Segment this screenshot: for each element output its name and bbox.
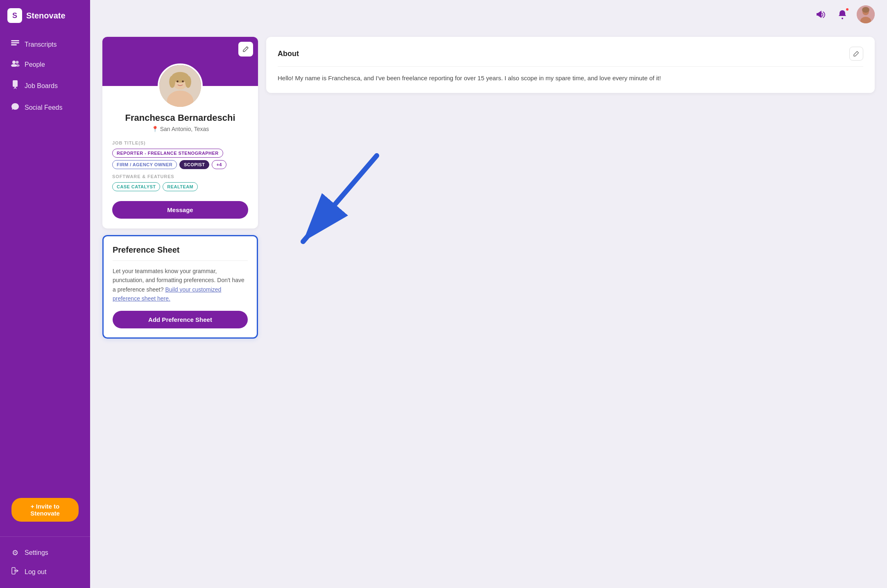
about-title: About <box>278 50 299 58</box>
tag-more-count: +4 <box>212 160 226 169</box>
logo-icon: S <box>7 8 22 23</box>
app-name: Stenovate <box>26 11 66 20</box>
left-column: Franchesca Bernardeschi 📍 San Antonio, T… <box>102 37 258 580</box>
sidebar-item-transcripts[interactable]: Transcripts <box>3 35 87 54</box>
job-boards-icon <box>11 80 20 91</box>
svg-rect-1 <box>11 42 19 43</box>
notification-badge <box>845 7 849 11</box>
svg-rect-0 <box>11 40 19 41</box>
svg-point-6 <box>16 64 20 67</box>
svg-point-15 <box>862 7 869 13</box>
notifications-button[interactable] <box>835 7 850 22</box>
profile-location: 📍 San Antonio, Texas <box>112 126 248 132</box>
svg-rect-7 <box>13 80 18 87</box>
sidebar-item-job-boards[interactable]: Job Boards <box>3 75 87 96</box>
sidebar-item-social-feeds[interactable]: Social Feeds <box>3 98 87 117</box>
preference-sheet-card: Preference Sheet Let your teammates know… <box>102 235 258 339</box>
preference-sheet-description: Let your teammates know your grammar, pu… <box>113 267 248 303</box>
sidebar-logo: S Stenovate <box>0 0 90 31</box>
profile-name: Franchesca Bernardeschi <box>112 113 248 123</box>
job-titles-label: JOB TITLE(S) <box>112 140 248 145</box>
svg-point-22 <box>176 81 179 83</box>
profile-card: Franchesca Bernardeschi 📍 San Antonio, T… <box>102 37 258 228</box>
announce-button[interactable] <box>812 7 828 22</box>
svg-point-11 <box>842 18 843 19</box>
sidebar-label-transcripts: Transcripts <box>25 41 57 48</box>
social-feeds-icon <box>11 103 20 112</box>
sidebar: S Stenovate Transcripts <box>0 0 90 588</box>
message-button[interactable]: Message <box>112 201 248 219</box>
sidebar-item-logout[interactable]: Log out <box>3 562 87 581</box>
logout-icon <box>11 567 20 577</box>
logout-label: Log out <box>25 568 46 576</box>
svg-rect-2 <box>11 44 17 45</box>
sidebar-label-people: People <box>25 61 45 68</box>
about-text: Hello! My name is Franchesca, and I've b… <box>278 73 863 83</box>
svg-point-20 <box>169 76 175 88</box>
topbar <box>90 0 887 29</box>
right-column: About Hello! My name is Franchesca, and … <box>266 37 875 580</box>
main-area: Franchesca Bernardeschi 📍 San Antonio, T… <box>90 0 887 588</box>
sidebar-bottom: ⚙ Settings Log out <box>0 536 90 588</box>
about-edit-button[interactable] <box>849 47 863 61</box>
job-titles-tags: REPORTER - FREELANCE STENOGRAPHER FIRM /… <box>112 149 248 169</box>
svg-point-21 <box>185 76 191 88</box>
add-preference-sheet-button[interactable]: Add Preference Sheet <box>113 311 248 328</box>
sidebar-nav: Transcripts People Job Boards <box>0 31 90 491</box>
sidebar-item-settings[interactable]: ⚙ Settings <box>3 543 87 562</box>
profile-card-header <box>102 37 258 86</box>
svg-point-3 <box>12 61 16 64</box>
about-header: About <box>278 47 863 67</box>
profile-edit-button[interactable] <box>238 42 253 57</box>
tag-case-catalyst: CASE CATALYST <box>112 182 160 191</box>
tag-firm-owner: FIRM / AGENCY OWNER <box>112 160 177 169</box>
transcripts-icon <box>11 40 20 49</box>
svg-point-4 <box>16 61 19 64</box>
profile-avatar <box>158 63 203 109</box>
settings-icon: ⚙ <box>11 548 20 557</box>
user-avatar[interactable] <box>857 5 875 23</box>
tag-reporter: REPORTER - FREELANCE STENOGRAPHER <box>112 149 223 158</box>
tag-realteam: REALTEAM <box>163 182 198 191</box>
content-area: Franchesca Bernardeschi 📍 San Antonio, T… <box>90 29 887 588</box>
sidebar-label-social-feeds: Social Feeds <box>25 104 63 111</box>
software-tags: CASE CATALYST REALTEAM <box>112 182 248 191</box>
sidebar-item-people[interactable]: People <box>3 55 87 74</box>
svg-point-23 <box>182 81 184 83</box>
people-icon <box>11 60 20 69</box>
preference-sheet-title: Preference Sheet <box>113 245 248 261</box>
location-pin-icon: 📍 <box>152 126 158 132</box>
invite-button[interactable]: + Invite to Stenovate <box>11 498 79 522</box>
tag-scopist: SCOPIST <box>179 160 209 169</box>
about-card: About Hello! My name is Franchesca, and … <box>266 37 875 93</box>
settings-label: Settings <box>25 549 48 556</box>
software-label: SOFTWARE & FEATURES <box>112 174 248 179</box>
sidebar-label-job-boards: Job Boards <box>25 82 58 90</box>
